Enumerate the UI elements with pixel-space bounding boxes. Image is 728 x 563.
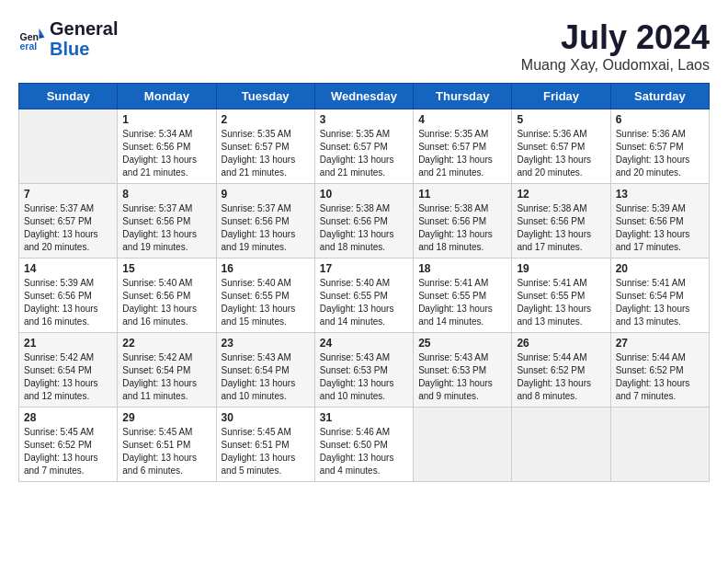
calendar-cell: 1 Sunrise: 5:34 AMSunset: 6:56 PMDayligh…: [118, 109, 216, 184]
calendar-cell: 7 Sunrise: 5:37 AMSunset: 6:57 PMDayligh…: [19, 184, 118, 259]
day-number: 22: [122, 337, 210, 350]
day-number: 17: [320, 262, 408, 275]
day-number: 3: [320, 113, 408, 126]
day-info: Sunrise: 5:34 AMSunset: 6:56 PMDaylight:…: [122, 128, 210, 179]
day-info: Sunrise: 5:37 AMSunset: 6:56 PMDaylight:…: [222, 202, 310, 254]
day-number: 8: [122, 188, 210, 201]
calendar-cell: 4 Sunrise: 5:35 AMSunset: 6:57 PMDayligh…: [414, 109, 512, 184]
calendar-cell: 13 Sunrise: 5:39 AMSunset: 6:56 PMDaylig…: [610, 184, 709, 259]
calendar-cell: 26 Sunrise: 5:44 AMSunset: 6:52 PMDaylig…: [512, 333, 610, 408]
day-info: Sunrise: 5:39 AMSunset: 6:56 PMDaylight:…: [24, 277, 112, 328]
day-number: 18: [418, 262, 506, 275]
svg-text:eral: eral: [20, 40, 38, 52]
day-number: 28: [24, 411, 112, 424]
calendar-cell: 11 Sunrise: 5:38 AMSunset: 6:56 PMDaylig…: [414, 184, 512, 259]
day-info: Sunrise: 5:45 AMSunset: 6:51 PMDaylight:…: [122, 426, 210, 477]
calendar-cell: 2 Sunrise: 5:35 AMSunset: 6:57 PMDayligh…: [216, 109, 314, 184]
day-number: 5: [517, 113, 605, 126]
day-info: Sunrise: 5:40 AMSunset: 6:56 PMDaylight:…: [122, 277, 210, 328]
day-number: 31: [320, 411, 408, 424]
day-number: 27: [616, 337, 704, 350]
day-info: Sunrise: 5:43 AMSunset: 6:54 PMDaylight:…: [222, 351, 310, 403]
calendar-cell: 14 Sunrise: 5:39 AMSunset: 6:56 PMDaylig…: [19, 259, 118, 333]
day-info: Sunrise: 5:46 AMSunset: 6:50 PMDaylight:…: [320, 426, 408, 477]
day-info: Sunrise: 5:36 AMSunset: 6:57 PMDaylight:…: [517, 128, 605, 179]
day-info: Sunrise: 5:39 AMSunset: 6:56 PMDaylight:…: [616, 202, 704, 254]
weekday-header-row: SundayMondayTuesdayWednesdayThursdayFrid…: [19, 84, 710, 109]
calendar-cell: 3 Sunrise: 5:35 AMSunset: 6:57 PMDayligh…: [314, 109, 413, 184]
calendar-cell: 6 Sunrise: 5:36 AMSunset: 6:57 PMDayligh…: [610, 109, 709, 184]
day-info: Sunrise: 5:43 AMSunset: 6:53 PMDaylight:…: [320, 351, 408, 403]
day-number: 29: [122, 411, 210, 424]
day-info: Sunrise: 5:41 AMSunset: 6:55 PMDaylight:…: [418, 277, 506, 328]
day-info: Sunrise: 5:41 AMSunset: 6:54 PMDaylight:…: [616, 277, 704, 328]
calendar-cell: 21 Sunrise: 5:42 AMSunset: 6:54 PMDaylig…: [19, 333, 118, 408]
day-number: 16: [222, 262, 310, 275]
day-info: Sunrise: 5:45 AMSunset: 6:51 PMDaylight:…: [222, 426, 310, 477]
calendar-cell: 31 Sunrise: 5:46 AMSunset: 6:50 PMDaylig…: [314, 408, 413, 482]
day-number: 26: [517, 337, 605, 350]
day-info: Sunrise: 5:42 AMSunset: 6:54 PMDaylight:…: [122, 351, 210, 403]
day-number: 20: [616, 262, 704, 275]
day-info: Sunrise: 5:37 AMSunset: 6:57 PMDaylight:…: [24, 202, 112, 254]
day-info: Sunrise: 5:38 AMSunset: 6:56 PMDaylight:…: [320, 202, 408, 254]
day-info: Sunrise: 5:35 AMSunset: 6:57 PMDaylight:…: [418, 128, 506, 179]
day-info: Sunrise: 5:38 AMSunset: 6:56 PMDaylight:…: [418, 202, 506, 254]
day-number: 23: [222, 337, 310, 350]
location: Muang Xay, Oudomxai, Laos: [521, 57, 710, 74]
day-info: Sunrise: 5:40 AMSunset: 6:55 PMDaylight:…: [320, 277, 408, 328]
calendar-cell: 28 Sunrise: 5:45 AMSunset: 6:52 PMDaylig…: [19, 408, 118, 482]
calendar-week-3: 14 Sunrise: 5:39 AMSunset: 6:56 PMDaylig…: [19, 259, 710, 333]
day-info: Sunrise: 5:43 AMSunset: 6:53 PMDaylight:…: [418, 351, 506, 403]
calendar-cell: 8 Sunrise: 5:37 AMSunset: 6:56 PMDayligh…: [118, 184, 216, 259]
calendar-cell: [19, 109, 118, 184]
weekday-header-saturday: Saturday: [610, 84, 709, 109]
day-number: 11: [418, 188, 506, 201]
day-number: 24: [320, 337, 408, 350]
calendar-cell: 27 Sunrise: 5:44 AMSunset: 6:52 PMDaylig…: [610, 333, 709, 408]
calendar-cell: 18 Sunrise: 5:41 AMSunset: 6:55 PMDaylig…: [414, 259, 512, 333]
calendar-cell: 9 Sunrise: 5:37 AMSunset: 6:56 PMDayligh…: [216, 184, 314, 259]
day-info: Sunrise: 5:35 AMSunset: 6:57 PMDaylight:…: [320, 128, 408, 179]
day-number: 30: [222, 411, 310, 424]
day-number: 9: [222, 188, 310, 201]
day-number: 25: [418, 337, 506, 350]
day-info: Sunrise: 5:37 AMSunset: 6:56 PMDaylight:…: [122, 202, 210, 254]
calendar-cell: [512, 408, 610, 482]
calendar-table: SundayMondayTuesdayWednesdayThursdayFrid…: [18, 83, 710, 482]
calendar-cell: 17 Sunrise: 5:40 AMSunset: 6:55 PMDaylig…: [314, 259, 413, 333]
logo-icon: Gen eral: [18, 25, 46, 52]
month-title: July 2024: [521, 18, 710, 57]
weekday-header-sunday: Sunday: [19, 84, 118, 109]
day-number: 4: [418, 113, 506, 126]
day-number: 14: [24, 262, 112, 275]
day-number: 6: [616, 113, 704, 126]
calendar-week-4: 21 Sunrise: 5:42 AMSunset: 6:54 PMDaylig…: [19, 333, 710, 408]
day-info: Sunrise: 5:36 AMSunset: 6:57 PMDaylight:…: [616, 128, 704, 179]
calendar-cell: 15 Sunrise: 5:40 AMSunset: 6:56 PMDaylig…: [118, 259, 216, 333]
day-number: 13: [616, 188, 704, 201]
day-number: 7: [24, 188, 112, 201]
day-info: Sunrise: 5:42 AMSunset: 6:54 PMDaylight:…: [24, 351, 112, 403]
header: Gen eral General Blue July 2024 Muang Xa…: [18, 18, 710, 74]
calendar-cell: 22 Sunrise: 5:42 AMSunset: 6:54 PMDaylig…: [118, 333, 216, 408]
weekday-header-monday: Monday: [118, 84, 216, 109]
day-number: 21: [24, 337, 112, 350]
day-number: 12: [517, 188, 605, 201]
calendar-week-5: 28 Sunrise: 5:45 AMSunset: 6:52 PMDaylig…: [19, 408, 710, 482]
day-number: 19: [517, 262, 605, 275]
calendar-cell: [414, 408, 512, 482]
title-block: July 2024 Muang Xay, Oudomxai, Laos: [521, 18, 710, 74]
day-info: Sunrise: 5:35 AMSunset: 6:57 PMDaylight:…: [222, 128, 310, 179]
day-info: Sunrise: 5:44 AMSunset: 6:52 PMDaylight:…: [517, 351, 605, 403]
calendar-cell: 5 Sunrise: 5:36 AMSunset: 6:57 PMDayligh…: [512, 109, 610, 184]
day-info: Sunrise: 5:40 AMSunset: 6:55 PMDaylight:…: [222, 277, 310, 328]
calendar-cell: 29 Sunrise: 5:45 AMSunset: 6:51 PMDaylig…: [118, 408, 216, 482]
calendar-cell: 24 Sunrise: 5:43 AMSunset: 6:53 PMDaylig…: [314, 333, 413, 408]
calendar-cell: 23 Sunrise: 5:43 AMSunset: 6:54 PMDaylig…: [216, 333, 314, 408]
day-number: 2: [222, 113, 310, 126]
calendar-cell: 20 Sunrise: 5:41 AMSunset: 6:54 PMDaylig…: [610, 259, 709, 333]
calendar-week-2: 7 Sunrise: 5:37 AMSunset: 6:57 PMDayligh…: [19, 184, 710, 259]
day-info: Sunrise: 5:41 AMSunset: 6:55 PMDaylight:…: [517, 277, 605, 328]
calendar-cell: 12 Sunrise: 5:38 AMSunset: 6:56 PMDaylig…: [512, 184, 610, 259]
